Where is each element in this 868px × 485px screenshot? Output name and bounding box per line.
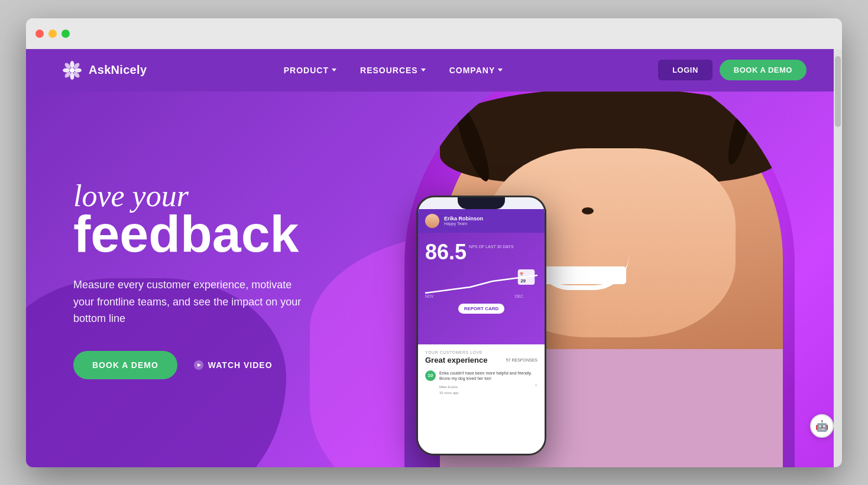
review-text: Erika couldn't have been more helpful an… [439, 370, 537, 382]
phone-score: 86.5 [425, 240, 467, 265]
svg-point-1 [70, 61, 75, 68]
nav-product[interactable]: PRODUCT [284, 66, 336, 75]
browser-content: AskNicely PRODUCT RESOURCES COMPANY [26, 49, 842, 467]
phone-user-name: Erika Robinson [444, 216, 483, 222]
browser-window: AskNicely PRODUCT RESOURCES COMPANY [26, 18, 842, 467]
chat-widget[interactable]: 🤖 [810, 414, 834, 438]
hero-visual: Erika Robinson Happy Team 86.5 NPS OF LA… [381, 92, 795, 467]
phone-screen: Erika Robinson Happy Team 86.5 NPS OF LA… [418, 197, 545, 454]
nav-company[interactable]: COMPANY [449, 66, 503, 75]
hero-content: love your feedback Measure every custome… [26, 179, 357, 380]
phone-user-subtitle: Happy Team [444, 222, 483, 226]
nav-actions: LOGIN BOOK A DEMO [658, 60, 807, 80]
svg-point-3 [63, 68, 70, 72]
review-responses: 57 RESPONSES [506, 358, 537, 362]
phone-bottom: YOUR CUSTOMERS LOVE Great experience 57 … [418, 344, 545, 454]
maximize-button[interactable] [61, 30, 70, 38]
close-button[interactable] [35, 30, 44, 38]
book-demo-nav-button[interactable]: BOOK A DEMO [720, 60, 807, 80]
browser-chrome [26, 18, 842, 49]
chevron-down-icon [498, 69, 503, 71]
nav-links: PRODUCT RESOURCES COMPANY [225, 66, 503, 75]
logo[interactable]: AskNicely [61, 60, 147, 81]
svg-point-4 [75, 68, 82, 72]
hero-heading: feedback [73, 208, 310, 260]
svg-text:DEC: DEC [515, 294, 523, 298]
phone-score-label: NPS OF LAST 30 DAYS [469, 245, 514, 249]
site: AskNicely PRODUCT RESOURCES COMPANY [26, 49, 842, 467]
review-item: 10 Erika couldn't have been more helpful… [425, 370, 537, 395]
hero-actions: BOOK A DEMO WATCH VIDEO [73, 351, 310, 379]
review-score-badge: 10 [425, 370, 436, 381]
review-time: 32 mins ago [439, 391, 537, 395]
minimize-button[interactable] [48, 30, 57, 38]
chevron-down-icon [421, 69, 426, 71]
login-button[interactable]: LOGIN [658, 60, 712, 80]
phone-avatar [425, 214, 439, 228]
svg-text:📅: 📅 [520, 272, 524, 276]
hero-section: love your feedback Measure every custome… [26, 92, 842, 467]
logo-text: AskNicely [89, 63, 147, 77]
review-title: Great experience [425, 356, 488, 364]
svg-point-0 [70, 68, 75, 73]
nav-resources[interactable]: RESOURCES [360, 66, 426, 75]
book-demo-hero-button[interactable]: BOOK A DEMO [73, 351, 177, 379]
chat-icon: 🤖 [815, 419, 828, 432]
scrollbar[interactable] [834, 49, 842, 467]
svg-text:29: 29 [521, 278, 526, 283]
report-card-button[interactable]: REPORT CARD [458, 304, 505, 314]
watch-video-button[interactable]: WATCH VIDEO [194, 360, 273, 370]
play-icon [194, 360, 203, 370]
phone-notch [458, 197, 505, 209]
phone-score-area: 86.5 NPS OF LAST 30 DAYS NOV [418, 233, 545, 344]
phone-header: Erika Robinson Happy Team [418, 209, 545, 233]
logo-icon [61, 60, 83, 81]
phone-chart: NOV DEC 📅 29 [425, 269, 537, 299]
review-author: Mike Evans [439, 385, 458, 389]
navigation: AskNicely PRODUCT RESOURCES COMPANY [26, 49, 842, 92]
customers-label: YOUR CUSTOMERS LOVE [425, 350, 537, 354]
hero-description: Measure every customer experience, motiv… [73, 276, 310, 327]
phone-mockup: Erika Robinson Happy Team 86.5 NPS OF LA… [416, 196, 546, 455]
svg-text:NOV: NOV [425, 294, 434, 298]
scrollbar-thumb[interactable] [835, 56, 841, 127]
svg-point-2 [70, 73, 75, 80]
chevron-down-icon [332, 69, 336, 71]
phone-user-info: Erika Robinson Happy Team [444, 216, 483, 226]
